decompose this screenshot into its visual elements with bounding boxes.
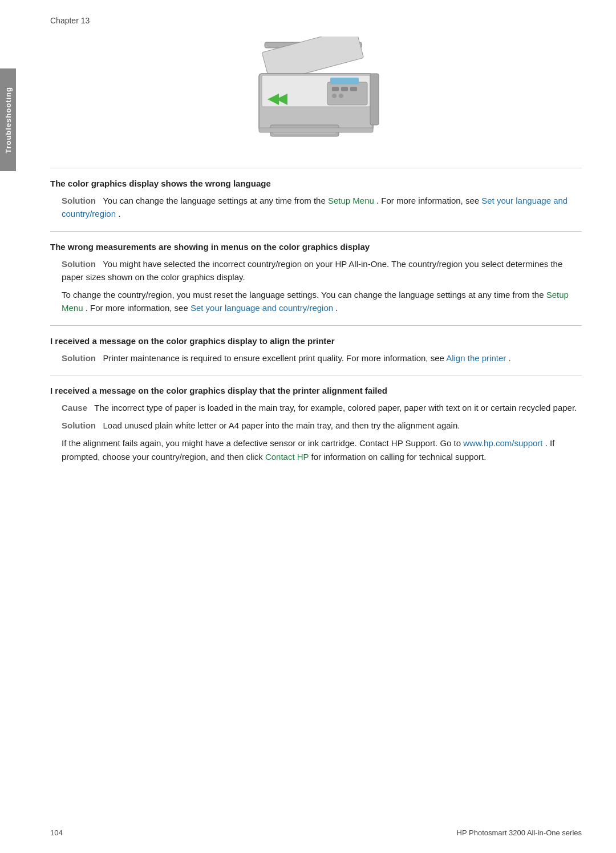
solution-label-1: Solution (62, 196, 96, 205)
chapter-heading: Chapter 13 (50, 16, 582, 25)
section1-solution: Solution You can change the language set… (50, 194, 582, 221)
svg-rect-16 (330, 78, 359, 84)
printer-image-area (50, 37, 582, 151)
section-wrong-measurements: The wrong measurements are showing in me… (50, 242, 582, 315)
section2-para2: To change the country/region, you must r… (62, 288, 582, 315)
page-number: 104 (50, 828, 63, 837)
section2-text2: To change the country/region, you must r… (62, 290, 546, 300)
svg-rect-7 (350, 87, 357, 91)
product-name: HP Photosmart 3200 All-in-One series (457, 828, 582, 837)
section-align-message: I received a message on the color graphi… (50, 336, 582, 365)
section4-text2: Load unused plain white letter or A4 pap… (98, 421, 460, 430)
section4-para2: Solution Load unused plain white letter … (62, 419, 582, 432)
footer: 104 HP Photosmart 3200 All-in-One series (16, 828, 616, 837)
solution-label-4: Solution (62, 421, 96, 430)
section-wrong-language: The color graphics display shows the wro… (50, 179, 582, 221)
divider-0 (50, 168, 582, 168)
svg-rect-9 (339, 94, 343, 98)
cause-label-1: Cause (62, 403, 87, 413)
section4-text1: The incorrect type of paper is loaded in… (90, 403, 577, 413)
section4-para3: If the alignment fails again, you might … (62, 436, 582, 463)
divider-2 (50, 325, 582, 326)
svg-rect-15 (259, 128, 373, 132)
section4-text3: If the alignment fails again, you might … (62, 438, 463, 448)
section4-title: I received a message on the color graphi… (50, 386, 582, 395)
svg-rect-6 (341, 87, 348, 91)
section2-solution: Solution You might have selected the inc… (50, 257, 582, 315)
section2-text4: . (335, 303, 338, 313)
section2-para1: Solution You might have selected the inc… (62, 257, 582, 284)
hp-support-link[interactable]: www.hp.com/support (463, 438, 542, 448)
sidebar-tab: Troubleshooting (0, 68, 16, 171)
section1-title: The color graphics display shows the wro… (50, 179, 582, 188)
section1-text2: . For more information, see (376, 196, 481, 205)
section4-para1: Cause The incorrect type of paper is loa… (62, 401, 582, 414)
main-content: Chapter 13 (16, 0, 616, 853)
setup-menu-link-1[interactable]: Setup Menu (328, 196, 374, 205)
section4-solution: Cause The incorrect type of paper is loa… (50, 401, 582, 463)
section3-text1: Printer maintenance is required to ensur… (98, 353, 446, 363)
section3-text2: . (508, 353, 510, 363)
solution-label-3: Solution (62, 353, 96, 363)
section1-text3: . (118, 209, 120, 219)
divider-3 (50, 375, 582, 375)
section4-text5: for information on calling for technical… (311, 452, 486, 462)
solution-label-2: Solution (62, 259, 96, 269)
section2-text3: . For more information, see (86, 303, 191, 313)
section3-title: I received a message on the color graphi… (50, 336, 582, 346)
section3-para1: Solution Printer maintenance is required… (62, 351, 582, 365)
section2-text1: You might have selected the incorrect co… (62, 259, 562, 282)
sidebar-label: Troubleshooting (4, 87, 13, 153)
contact-hp-link[interactable]: Contact HP (265, 452, 309, 462)
printer-image (248, 37, 384, 151)
section1-para1: Solution You can change the language set… (62, 194, 582, 221)
section2-title: The wrong measurements are showing in me… (50, 242, 582, 252)
svg-rect-5 (332, 87, 339, 91)
align-printer-link[interactable]: Align the printer (446, 353, 506, 363)
divider-1 (50, 231, 582, 232)
svg-rect-8 (332, 94, 337, 98)
svg-rect-4 (327, 82, 367, 105)
svg-rect-14 (370, 74, 379, 125)
section-alignment-failed: I received a message on the color graphi… (50, 386, 582, 463)
language-region-link-2[interactable]: Set your language and country/region (191, 303, 333, 313)
section3-solution: Solution Printer maintenance is required… (50, 351, 582, 365)
section1-text1: You can change the language settings at … (98, 196, 328, 205)
